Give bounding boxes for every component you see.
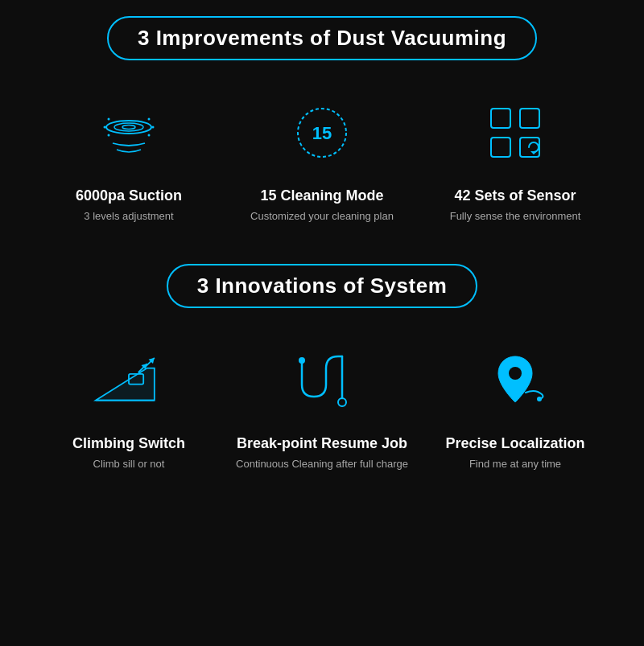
svg-point-26 [509, 367, 522, 380]
location-subtitle: Find me at any time [469, 457, 561, 471]
svg-point-23 [338, 398, 346, 406]
feature-climbing: Climbing Switch Climb sill or not [32, 332, 225, 488]
section2-features: Climbing Switch Climb sill or not Break-… [0, 332, 644, 488]
climbing-subtitle: Climb sill or not [93, 457, 165, 471]
svg-point-4 [104, 126, 106, 129]
feature-sensor: 42 Sets of Sensor Fully sense the enviro… [419, 84, 612, 240]
feature-suction: 6000pa Suction 3 levels adjustment [32, 84, 225, 240]
svg-marker-15 [530, 151, 537, 154]
svg-marker-17 [96, 368, 155, 401]
svg-point-2 [122, 125, 135, 130]
location-icon-area [475, 340, 555, 421]
mode-title: 15 Cleaning Mode [260, 187, 383, 204]
climbing-icon-area [89, 340, 169, 421]
svg-point-25 [299, 357, 305, 364]
resume-icon-area [282, 340, 362, 421]
climbing-title: Climbing Switch [72, 435, 185, 452]
svg-point-7 [152, 126, 155, 129]
svg-point-5 [108, 134, 110, 137]
feature-resume: Break-point Resume Job Continuous Cleani… [225, 332, 419, 488]
svg-text:15: 15 [312, 123, 332, 143]
resume-subtitle: Continuous Cleaning after full charge [236, 457, 408, 471]
svg-rect-13 [491, 138, 510, 157]
suction-icon-area [89, 93, 169, 173]
page: 3 Improvements of Dust Vacuuming [0, 0, 644, 646]
sensor-subtitle: Fully sense the environment [450, 209, 581, 224]
location-title: Precise Localization [445, 435, 584, 452]
sensor-title: 42 Sets of Sensor [454, 187, 576, 204]
feature-mode: 15 15 Cleaning Mode Customized your clea… [225, 84, 419, 240]
svg-point-3 [108, 118, 110, 121]
svg-point-6 [148, 118, 151, 121]
svg-point-1 [114, 123, 143, 131]
mode-icon-area: 15 [282, 93, 362, 173]
section1-badge: 3 Improvements of Dust Vacuuming [107, 16, 537, 60]
mode-subtitle: Customized your cleaning plan [250, 209, 394, 224]
svg-point-8 [148, 134, 151, 137]
resume-title: Break-point Resume Job [237, 435, 407, 452]
feature-location: Precise Localization Find me at any time [419, 332, 612, 488]
section1-features: 6000pa Suction 3 levels adjustment 15 15… [0, 84, 644, 240]
svg-rect-11 [491, 109, 510, 128]
section2-badge: 3 Innovations of System [167, 264, 478, 308]
svg-rect-12 [520, 109, 539, 128]
suction-title: 6000pa Suction [76, 187, 182, 204]
suction-subtitle: 3 levels adjustment [84, 209, 173, 224]
svg-point-27 [537, 397, 542, 401]
sensor-icon-area [475, 93, 555, 173]
